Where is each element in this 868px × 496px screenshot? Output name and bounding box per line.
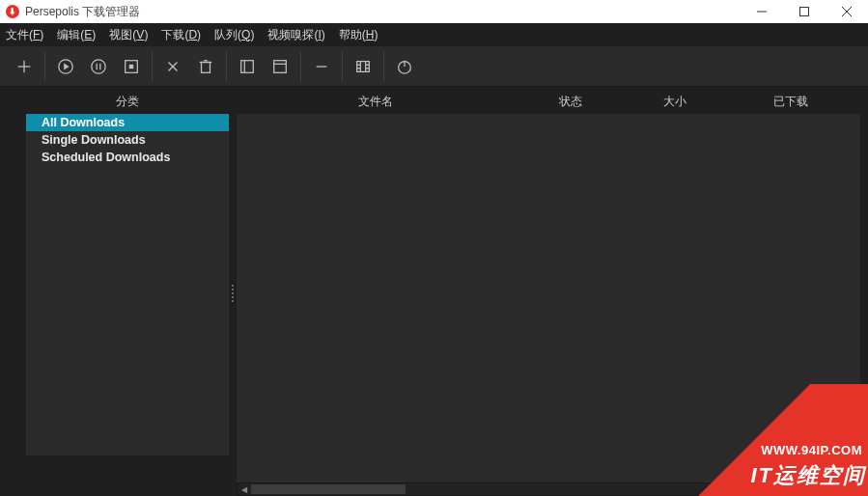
column-downloaded[interactable]: 已下载 (721, 94, 860, 110)
separator (383, 52, 384, 81)
column-status[interactable]: 状态 (514, 94, 627, 110)
scroll-right-icon[interactable]: ▶ (846, 483, 859, 495)
separator (226, 52, 227, 81)
separator (300, 52, 301, 81)
properties-button[interactable] (231, 50, 264, 83)
svg-point-8 (92, 59, 105, 72)
table-body: ◀ ▶ (237, 114, 860, 496)
menu-help[interactable]: 帮助(H) (339, 27, 378, 43)
power-button[interactable] (388, 50, 421, 83)
separator (44, 52, 45, 81)
add-button[interactable] (8, 50, 41, 83)
sidebar: All Downloads Single Downloads Scheduled… (26, 114, 229, 455)
sidebar-item-scheduled-downloads[interactable]: Scheduled Downloads (26, 149, 229, 166)
menu-queue[interactable]: 队列(Q) (214, 27, 254, 43)
horizontal-scrollbar[interactable]: ◀ ▶ (237, 482, 860, 496)
svg-rect-18 (241, 60, 254, 72)
menu-file[interactable]: 文件(F) (6, 27, 43, 43)
menu-download[interactable]: 下载(D) (161, 27, 201, 43)
scroll-thumb[interactable] (251, 484, 406, 494)
sidebar-header: 分类 (26, 91, 229, 112)
sidebar-item-single-downloads[interactable]: Single Downloads (26, 131, 229, 149)
sidebar-item-all-downloads[interactable]: All Downloads (26, 114, 229, 131)
svg-rect-15 (202, 62, 210, 72)
separator (342, 52, 343, 81)
remove-button[interactable] (156, 50, 189, 83)
minimize-button[interactable] (741, 0, 783, 23)
menu-view[interactable]: 视图(V) (109, 27, 148, 43)
svg-rect-23 (357, 61, 370, 71)
menu-edit[interactable]: 编辑(E) (57, 27, 96, 43)
svg-marker-7 (64, 63, 69, 69)
app-icon: ⬇ (6, 5, 19, 18)
column-size[interactable]: 大小 (628, 94, 722, 110)
svg-rect-12 (129, 64, 134, 69)
content-area: 分类 All Downloads Single Downloads Schedu… (0, 87, 868, 496)
toolbar (0, 46, 868, 87)
svg-rect-20 (274, 60, 287, 72)
titlebar: ⬇ Persepolis 下载管理器 (0, 0, 868, 23)
main-area: 文件名 状态 大小 已下载 ◀ ▶ (237, 91, 860, 496)
menubar: 文件(F) 编辑(E) 视图(V) 下载(D) 队列(Q) 视频嗅探(I) 帮助… (0, 23, 868, 46)
minimize-tray-button[interactable] (305, 50, 338, 83)
table-header: 文件名 状态 大小 已下载 (237, 91, 860, 112)
delete-button[interactable] (189, 50, 222, 83)
column-filename[interactable]: 文件名 (237, 94, 514, 110)
resume-button[interactable] (49, 50, 82, 83)
maximize-button[interactable] (783, 0, 826, 23)
window-button[interactable] (264, 50, 296, 83)
pause-button[interactable] (82, 50, 115, 83)
menu-sniffer[interactable]: 视频嗅探(I) (267, 27, 324, 43)
video-sniffer-button[interactable] (347, 50, 379, 83)
close-button[interactable] (826, 0, 868, 23)
splitter[interactable] (229, 91, 237, 496)
window-title: Persepolis 下载管理器 (25, 4, 140, 20)
stop-button[interactable] (115, 50, 148, 83)
svg-rect-1 (800, 8, 809, 16)
separator (152, 52, 153, 81)
sidebar-wrap: 分类 All Downloads Single Downloads Schedu… (26, 91, 229, 496)
scroll-left-icon[interactable]: ◀ (238, 483, 251, 495)
